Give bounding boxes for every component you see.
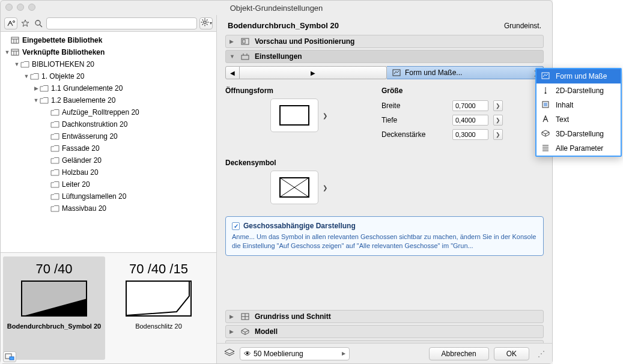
- layer-name: 50 Moeblierung: [254, 350, 303, 358]
- tree-item[interactable]: Holzbau 20: [1, 166, 216, 178]
- thumbnail-label: Bodenschlitz 20: [135, 323, 182, 330]
- param-depth-flyout[interactable]: ❯: [493, 115, 503, 126]
- tree-bibliotheken[interactable]: ▼ BIBLIOTHEKEN 20: [1, 58, 216, 70]
- tree-label: Verknüpfte Bibliotheken: [22, 48, 105, 56]
- preview-icon: [240, 37, 250, 46]
- layers-icon: [224, 348, 235, 359]
- section-settings[interactable]: ▼ Einstellungen: [225, 50, 544, 63]
- ceiling-symbol-button[interactable]: ❯: [270, 171, 318, 204]
- param-thickness-flyout[interactable]: ❯: [493, 129, 503, 140]
- tree-item[interactable]: Leiter 20: [1, 178, 216, 190]
- tree-embedded-library[interactable]: Eingebettete Bibliothek: [1, 34, 216, 46]
- placement-mode-button[interactable]: [3, 351, 16, 362]
- param-width-input[interactable]: [452, 100, 488, 111]
- view-mode-button[interactable]: [4, 17, 17, 29]
- tree-item[interactable]: Dachkonstruktion 20: [1, 118, 216, 130]
- tree-label: 1.1 Grundelemente 20: [51, 84, 123, 93]
- svg-point-1: [35, 20, 40, 25]
- layer-select[interactable]: 👁 50 Moeblierung ▶: [240, 347, 350, 360]
- folder-icon: [20, 60, 29, 68]
- section-label: Einstellungen: [255, 52, 302, 61]
- folder-icon: [39, 84, 49, 93]
- tree-label: 1. Objekte 20: [41, 72, 84, 80]
- thumbnail-bodendurchbruch[interactable]: 70 /40 Bodendurchbruch_Symbol 20: [3, 256, 105, 360]
- svg-point-3: [203, 21, 205, 23]
- settings-page-dropdown[interactable]: Form und Maße 2D-Darstellung Inhalt Text…: [535, 68, 622, 157]
- section-label: Grundriss und Schnitt: [255, 312, 331, 321]
- chevron-right-icon: ❯: [323, 112, 327, 119]
- ceiling-symbol-heading: Deckensymbol: [225, 159, 363, 167]
- folder-icon: [50, 180, 59, 189]
- thumbnail-shape: [21, 281, 87, 317]
- dialog-window: Objekt-Grundeinstellungen: [0, 0, 553, 364]
- object-name: Bodendurchbruch_Symbol 20: [228, 21, 339, 30]
- svg-rect-28: [393, 70, 400, 76]
- param-width-label: Breite: [381, 102, 448, 110]
- tree-item[interactable]: Aufzüge_Rolltreppen 20: [1, 106, 216, 118]
- thumbnail-bodenschlitz[interactable]: 70 /40 /15 Bodenschlitz 20: [108, 256, 210, 360]
- dropdown-item-content[interactable]: Inhalt: [536, 98, 621, 112]
- form-icon: [541, 72, 551, 81]
- window-controls: [5, 4, 35, 11]
- param-thickness-input[interactable]: [452, 129, 488, 140]
- settings-gear-button[interactable]: ▾: [199, 17, 213, 29]
- tree-linked-libraries[interactable]: ▼ Verknüpfte Bibliotheken: [1, 46, 216, 58]
- 3d-icon: [541, 130, 551, 139]
- story-display-infobox: ✓ Geschossabhängige Darstellung Anme... …: [225, 216, 544, 256]
- tree-bauelemente[interactable]: ▼ 1.2 Bauelemente 20: [1, 94, 216, 106]
- svg-rect-25: [242, 55, 249, 59]
- cancel-button[interactable]: Abbrechen: [429, 347, 489, 360]
- zoom-window-button[interactable]: [28, 4, 35, 11]
- titlebar: Objekt-Grundeinstellungen: [1, 1, 552, 15]
- story-display-hint: Anme... Um das Symbol in allen relevante…: [232, 232, 537, 250]
- close-window-button[interactable]: [5, 4, 13, 11]
- dropdown-item-2d[interactable]: 2D-Darstellung: [536, 83, 621, 98]
- svg-line-10: [206, 20, 207, 21]
- folder-icon: [50, 120, 59, 129]
- param-depth-input[interactable]: [452, 115, 488, 126]
- resize-grip-icon[interactable]: ⋰: [538, 350, 545, 358]
- settings-page-nav: ◀ ▶ Form und Maße... ❯: [225, 65, 544, 80]
- library-icon: [10, 48, 20, 56]
- tree-item[interactable]: Geländer 20: [1, 154, 216, 166]
- tree-grundelemente[interactable]: ▶ 1.1 Grundelemente 20: [1, 82, 216, 94]
- settings-page-label: Form und Maße...: [405, 68, 462, 77]
- tree-item[interactable]: Entwässerung 20: [1, 130, 216, 142]
- dropdown-label: Alle Parameter: [556, 144, 603, 153]
- dropdown-item-form[interactable]: Form und Maße: [536, 69, 621, 83]
- favorite-icon[interactable]: [20, 17, 31, 29]
- settings-page-select[interactable]: Form und Maße... ❯: [387, 66, 544, 79]
- folder-icon: [50, 144, 59, 153]
- story-display-checkbox[interactable]: ✓: [232, 222, 240, 230]
- search-icon: [33, 17, 44, 29]
- eye-icon: 👁: [244, 350, 251, 358]
- tree-label: Lüftungslamellen 20: [62, 192, 126, 201]
- section-preview[interactable]: ▶ Vorschau und Positionierung: [225, 35, 544, 48]
- param-width-flyout[interactable]: ❯: [493, 100, 503, 111]
- section-model[interactable]: ▶ Modell: [225, 325, 544, 338]
- dropdown-label: Inhalt: [556, 101, 573, 109]
- opening-shape-button[interactable]: ❯: [270, 99, 318, 132]
- folder-icon: [39, 96, 49, 105]
- dropdown-item-text[interactable]: Text: [536, 112, 621, 127]
- section-floorplan[interactable]: ▶ Grundriss und Schnitt: [225, 310, 544, 323]
- tree-item[interactable]: Massivbau 20: [1, 202, 216, 214]
- folder-icon: [50, 204, 59, 213]
- minimize-window-button[interactable]: [17, 4, 24, 11]
- dropdown-label: Text: [556, 115, 569, 124]
- library-tree[interactable]: Eingebettete Bibliothek ▼ Verknüpfte Bib…: [1, 32, 216, 252]
- tree-item[interactable]: Fassade 20: [1, 142, 216, 154]
- param-thickness-label: Deckenstärke: [381, 130, 448, 139]
- folder-icon: [29, 72, 39, 80]
- search-input[interactable]: [46, 17, 197, 29]
- dropdown-item-all-params[interactable]: Alle Parameter: [536, 141, 621, 156]
- dropdown-label: 2D-Darstellung: [556, 86, 604, 95]
- ok-button[interactable]: OK: [494, 347, 529, 360]
- nav-next-button[interactable]: ▶: [240, 66, 387, 79]
- text-icon: [541, 115, 551, 124]
- dropdown-item-3d[interactable]: 3D-Darstellung: [536, 127, 621, 141]
- thumbnail-dimensions: 70 /40: [35, 261, 72, 277]
- tree-item[interactable]: Lüftungslamellen 20: [1, 190, 216, 202]
- tree-objects[interactable]: ▼ 1. Objekte 20: [1, 70, 216, 82]
- nav-prev-button[interactable]: ◀: [225, 66, 240, 79]
